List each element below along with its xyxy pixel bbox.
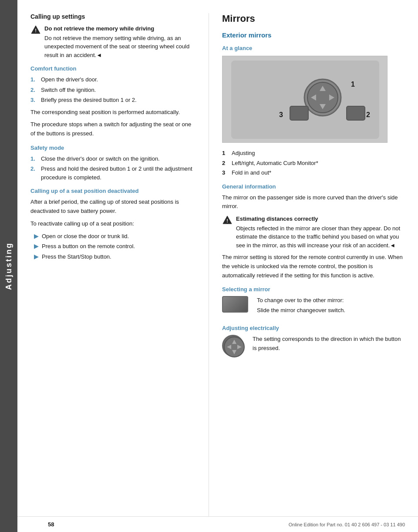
warning-estimating-bold: Estimating distances correctly bbox=[236, 215, 405, 223]
warning-body: Do not retrieve the memory setting while… bbox=[44, 35, 189, 58]
calling-up-body-2: To reactivate calling up of a seat posit… bbox=[30, 219, 196, 229]
general-info-body2: The mirror setting is stored for the rem… bbox=[222, 253, 405, 280]
arrow-3: ▶ bbox=[34, 253, 38, 261]
label-num-3: 3 bbox=[222, 168, 228, 177]
warning-estimating-body: Objects reflected in the mirror are clos… bbox=[236, 225, 400, 249]
mirror-image: 1 2 3 bbox=[222, 56, 388, 143]
comfort-function-heading: Comfort function bbox=[30, 65, 196, 72]
main-content: Calling up settings ! Do not retrieve th… bbox=[17, 0, 418, 532]
calling-up-body-1: After a brief period, the calling up of … bbox=[30, 198, 196, 216]
label-num-2: 2 bbox=[222, 159, 228, 168]
bullet-2: ▶ Press a button on the remote control. bbox=[34, 242, 196, 251]
step-num-1: 1. bbox=[30, 75, 37, 84]
label-text-1: Adjusting bbox=[232, 149, 255, 158]
side-tab: Adjusting bbox=[0, 0, 17, 532]
side-tab-label: Adjusting bbox=[4, 242, 13, 290]
warning-box-estimating: ! Estimating distances correctly Objects… bbox=[222, 215, 405, 249]
comfort-body-1: The corresponding seat position is perfo… bbox=[30, 108, 196, 117]
bullet-text-2: Press a button on the remote control. bbox=[42, 242, 135, 251]
calling-up-settings-title: Calling up settings bbox=[30, 13, 196, 20]
mirrors-main-heading: Mirrors bbox=[222, 13, 405, 24]
warning-icon: ! bbox=[30, 25, 41, 35]
label-item-3: 3 Fold in and out* bbox=[222, 168, 405, 177]
selecting-mirror-text: To change over to the other mirror: Slid… bbox=[257, 296, 345, 319]
bullet-3: ▶ Press the Start/Stop button. bbox=[34, 253, 196, 261]
warning-text-driving: Do not retrieve the memory while driving… bbox=[44, 24, 196, 59]
left-column: Calling up settings ! Do not retrieve th… bbox=[17, 13, 209, 516]
comfort-step-1: 1. Open the driver's door. bbox=[30, 75, 196, 84]
comfort-function-steps: 1. Open the driver's door. 2. Switch off… bbox=[30, 75, 196, 104]
bullet-1: ▶ Open or close the door or trunk lid. bbox=[34, 232, 196, 241]
label-text-3: Fold in and out* bbox=[232, 168, 271, 177]
warning-box-driving: ! Do not retrieve the memory while drivi… bbox=[30, 24, 196, 59]
arrow-1: ▶ bbox=[34, 232, 38, 241]
mirror-label-items: 1 Adjusting 2 Left/right, Automatic Curb… bbox=[222, 149, 405, 177]
step-text-2: Switch off the ignition. bbox=[41, 86, 96, 94]
adjusting-electrically-row: The setting corresponds to the direction… bbox=[222, 335, 405, 357]
footer: 58 Online Edition for Part no. 01 40 2 6… bbox=[17, 516, 418, 532]
calling-up-bullets: ▶ Open or close the door or trunk lid. ▶… bbox=[34, 232, 196, 261]
selecting-mirror-row: To change over to the other mirror: Slid… bbox=[222, 296, 405, 319]
safety-step-2: 2. Press and hold the desired button 1 o… bbox=[30, 165, 196, 182]
safety-num-1: 1. bbox=[30, 155, 37, 163]
at-a-glance-heading: At a glance bbox=[222, 45, 405, 51]
adjusting-electrically-body: The setting corresponds to the direction… bbox=[253, 335, 405, 353]
label-item-2: 2 Left/right, Automatic Curb Monitor* bbox=[222, 159, 405, 168]
arrow-2: ▶ bbox=[34, 242, 38, 251]
general-info-body: The mirror on the passenger side is more… bbox=[222, 193, 405, 212]
comfort-step-2: 2. Switch off the ignition. bbox=[30, 86, 196, 94]
adjusting-round-image bbox=[222, 335, 244, 357]
safety-step-1: 1. Close the driver's door or switch on … bbox=[30, 155, 196, 163]
warning-icon-estimating: ! bbox=[222, 215, 233, 226]
step-text-3: Briefly press the desired button 1 or 2. bbox=[41, 96, 137, 104]
safety-num-2: 2. bbox=[30, 165, 37, 182]
svg-text:3: 3 bbox=[279, 111, 283, 118]
step-num-3: 3. bbox=[30, 96, 37, 104]
footer-text: Online Edition for Part no. 01 40 2 606 … bbox=[289, 522, 405, 527]
adjusting-electrically-heading: Adjusting electrically bbox=[222, 325, 405, 331]
page-container: Adjusting Calling up settings ! Do not r… bbox=[0, 0, 418, 532]
exterior-mirrors-subtitle: Exterior mirrors bbox=[222, 31, 405, 39]
svg-rect-10 bbox=[347, 106, 365, 120]
mirror-svg: 1 2 3 bbox=[222, 56, 388, 143]
calling-up-seat-heading: Calling up of a seat position deactivate… bbox=[30, 188, 196, 194]
svg-text:1: 1 bbox=[351, 81, 355, 88]
bullet-text-1: Open or close the door or trunk lid. bbox=[42, 232, 129, 241]
general-info-heading: General information bbox=[222, 183, 405, 190]
step-num-2: 2. bbox=[30, 86, 37, 94]
label-item-1: 1 Adjusting bbox=[222, 149, 405, 158]
svg-text:2: 2 bbox=[366, 111, 370, 118]
mirror-img-inner: 1 2 3 bbox=[222, 56, 387, 142]
label-num-1: 1 bbox=[222, 149, 228, 158]
bullet-text-3: Press the Start/Stop button. bbox=[42, 253, 111, 261]
svg-text:!: ! bbox=[35, 28, 37, 33]
warning-text-estimating: Estimating distances correctly Objects r… bbox=[236, 215, 405, 249]
calling-up-seat-heading-text: Calling up of a seat position deactivate… bbox=[30, 188, 139, 194]
label-text-2: Left/right, Automatic Curb Monitor* bbox=[232, 159, 318, 168]
comfort-body-2: The procedure stops when a switch for ad… bbox=[30, 120, 196, 138]
selecting-mirror-body2: Slide the mirror changeover switch. bbox=[257, 306, 345, 315]
safety-text-2: Press and hold the desired button 1 or 2… bbox=[41, 165, 196, 182]
selecting-mirror-heading: Selecting a mirror bbox=[222, 286, 405, 293]
safety-mode-heading: Safety mode bbox=[30, 145, 196, 151]
columns: Calling up settings ! Do not retrieve th… bbox=[17, 0, 418, 516]
comfort-step-3: 3. Briefly press the desired button 1 or… bbox=[30, 96, 196, 104]
step-text-1: Open the driver's door. bbox=[41, 75, 98, 84]
footer-page-num: 58 bbox=[48, 521, 54, 528]
round-btn-svg bbox=[223, 336, 245, 358]
svg-rect-11 bbox=[290, 106, 308, 120]
warning-bold-line: Do not retrieve the memory while driving bbox=[44, 24, 196, 33]
svg-text:!: ! bbox=[226, 218, 228, 223]
safety-mode-steps: 1. Close the driver's door or switch on … bbox=[30, 155, 196, 182]
right-column: Mirrors Exterior mirrors At a glance bbox=[209, 13, 418, 516]
safety-text-1: Close the driver's door or switch on the… bbox=[41, 155, 160, 163]
selecting-mirror-body1: To change over to the other mirror: bbox=[257, 296, 345, 305]
mirror-switch-image bbox=[222, 296, 248, 313]
